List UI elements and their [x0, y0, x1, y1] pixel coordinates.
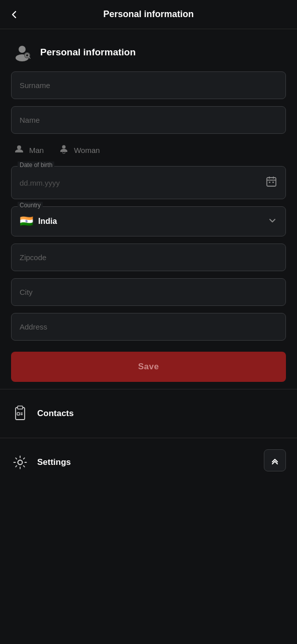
zipcode-input[interactable]	[11, 244, 286, 271]
gender-man-label: Man	[29, 146, 44, 154]
svg-rect-14	[17, 413, 20, 415]
city-input[interactable]	[11, 278, 286, 306]
country-flag-icon: 🇮🇳	[20, 215, 33, 228]
section-title: Personal information	[40, 47, 136, 58]
country-name: India	[38, 217, 267, 226]
svg-rect-6	[267, 178, 276, 186]
save-button[interactable]: Save	[11, 352, 286, 382]
page-title: Personal information	[103, 9, 193, 20]
gender-man-option[interactable]: Man	[13, 144, 44, 156]
svg-rect-10	[269, 182, 270, 183]
svg-point-4	[17, 145, 21, 149]
dob-field: Date of birth	[11, 166, 286, 199]
surname-input[interactable]	[11, 71, 286, 99]
scroll-top-button[interactable]	[264, 449, 286, 471]
gender-row: Man Woman	[11, 141, 286, 159]
svg-point-5	[62, 145, 66, 149]
gender-woman-label: Woman	[74, 146, 100, 154]
gender-woman-option[interactable]: Woman	[58, 144, 100, 156]
dob-label: Date of birth	[18, 162, 54, 169]
country-field[interactable]: Country 🇮🇳 India	[11, 206, 286, 236]
country-label: Country	[18, 202, 43, 209]
svg-rect-11	[272, 182, 274, 183]
section-header: Personal information	[0, 29, 297, 71]
dob-input[interactable]	[20, 179, 265, 187]
personal-info-form: Man Woman Date of birth	[0, 71, 297, 341]
contacts-nav-item[interactable]: Contacts	[0, 393, 297, 434]
settings-icon	[11, 453, 29, 471]
svg-rect-13	[18, 406, 23, 409]
chevron-down-icon	[267, 215, 277, 227]
settings-nav-item[interactable]: Settings	[0, 442, 297, 482]
personal-info-icon	[11, 41, 33, 63]
contacts-label: Contacts	[37, 409, 74, 419]
country-select[interactable]: 🇮🇳 India	[12, 207, 285, 236]
contacts-icon	[11, 405, 29, 423]
back-button[interactable]	[9, 10, 19, 20]
svg-point-0	[19, 46, 26, 53]
calendar-icon[interactable]	[265, 176, 277, 190]
svg-point-18	[18, 460, 23, 465]
settings-label: Settings	[37, 457, 71, 467]
address-input[interactable]	[11, 313, 286, 341]
svg-point-3	[26, 54, 29, 57]
bottom-nav: Contacts Settings	[0, 393, 297, 482]
app-header: Personal information	[0, 0, 297, 29]
name-input[interactable]	[11, 106, 286, 134]
